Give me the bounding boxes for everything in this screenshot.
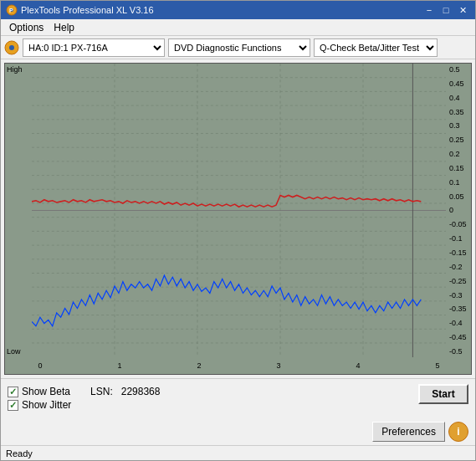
close-button[interactable]: ✕ — [455, 3, 470, 17]
x-axis: 0 1 2 3 4 5 — [32, 357, 446, 374]
chart-inner — [32, 64, 446, 357]
x-3: 3 — [270, 361, 287, 370]
show-jitter-label: Show Jitter — [22, 399, 71, 411]
x-2: 2 — [191, 361, 207, 370]
info-button[interactable]: i — [448, 422, 468, 442]
y-r-0.35: 0.35 — [448, 108, 469, 116]
start-button[interactable]: Start — [418, 384, 468, 404]
status-bar: Ready — [1, 445, 475, 460]
drive-select[interactable]: HA:0 ID:1 PX-716A — [23, 38, 165, 57]
y-r-0.3: 0.3 — [448, 121, 469, 130]
menu-options[interactable]: Options — [4, 20, 49, 35]
menu-bar: Options Help — [1, 19, 475, 36]
show-jitter-row: ✓ Show Jitter — [8, 399, 160, 411]
right-buttons: Start — [418, 384, 468, 404]
title-bar-controls: − □ ✕ — [422, 3, 470, 17]
x-0: 0 — [32, 361, 49, 370]
y-r-m0.4: -0.4 — [448, 319, 469, 327]
title-bar-left: P PlexTools Professional XL V3.16 — [6, 4, 154, 16]
info-icon: i — [457, 426, 459, 438]
y-r-m0.05: -0.05 — [448, 220, 469, 228]
lsn-label: LSN: — [90, 386, 113, 397]
x-4: 4 — [350, 361, 366, 370]
svg-point-4 — [9, 45, 14, 50]
function-select[interactable]: DVD Diagnostic Functions — [168, 38, 310, 57]
chart-area: High Low 0.5 0.45 0.4 0.35 0.3 0.25 0.2 … — [1, 59, 475, 378]
y-r-0.4: 0.4 — [448, 94, 469, 102]
menu-help[interactable]: Help — [49, 20, 79, 35]
lsn-value: 2298368 — [121, 386, 161, 397]
y-r-0.45: 0.45 — [448, 79, 469, 88]
left-bottom: ✓ Show Beta LSN: 2298368 ✓ Show Jitter — [8, 382, 160, 411]
y-r-m0.2: -0.2 — [448, 263, 469, 271]
y-r-m0.35: -0.35 — [448, 305, 469, 313]
y-r-0.25: 0.25 — [448, 136, 469, 144]
y-low-label: Low — [7, 347, 21, 356]
y-r-m0.5: -0.5 — [448, 347, 469, 356]
title-bar: P PlexTools Professional XL V3.16 − □ ✕ — [1, 1, 475, 19]
main-window: P PlexTools Professional XL V3.16 − □ ✕ … — [0, 0, 476, 461]
bottom-top: ✓ Show Beta LSN: 2298368 ✓ Show Jitter — [8, 382, 468, 422]
show-beta-checkbox[interactable]: ✓ — [8, 387, 18, 397]
y-r-0.2: 0.2 — [448, 150, 469, 158]
y-r-m0.25: -0.25 — [448, 277, 469, 285]
bottom-buttons: Preferences i — [8, 422, 468, 442]
show-jitter-checkbox[interactable]: ✓ — [8, 400, 18, 411]
status-text: Ready — [6, 448, 33, 458]
y-r-0.5: 0.5 — [448, 65, 469, 74]
drive-icon — [4, 40, 19, 55]
bottom-panel: ✓ Show Beta LSN: 2298368 ✓ Show Jitter — [1, 378, 475, 445]
show-beta-label: Show Beta — [22, 386, 70, 397]
chart-container: High Low 0.5 0.45 0.4 0.35 0.3 0.25 0.2 … — [4, 63, 472, 375]
y-r-m0.1: -0.1 — [448, 234, 469, 243]
y-r-0.05: 0.05 — [448, 192, 469, 201]
minimize-button[interactable]: − — [422, 3, 437, 17]
y-axis-right: 0.5 0.45 0.4 0.35 0.3 0.25 0.2 0.15 0.1 … — [446, 64, 471, 357]
preferences-button[interactable]: Preferences — [372, 422, 445, 442]
y-r-m0.15: -0.15 — [448, 248, 469, 257]
test-select[interactable]: Q-Check Beta/Jitter Test — [314, 38, 438, 57]
svg-text:P: P — [9, 8, 13, 13]
y-r-0.1: 0.1 — [448, 178, 469, 187]
chart-svg — [32, 64, 446, 357]
y-r-m0.45: -0.45 — [448, 333, 469, 341]
x-1: 1 — [111, 361, 128, 370]
y-r-m0.3: -0.3 — [448, 291, 469, 300]
show-beta-row: ✓ Show Beta LSN: 2298368 — [8, 386, 160, 397]
y-high-label: High — [7, 65, 23, 74]
y-r-0: 0 — [448, 206, 469, 214]
toolbar: HA:0 ID:1 PX-716A DVD Diagnostic Functio… — [1, 36, 475, 59]
window-title: PlexTools Professional XL V3.16 — [21, 5, 154, 15]
jitter-check-mark: ✓ — [9, 400, 17, 411]
beta-check-mark: ✓ — [9, 387, 17, 397]
x-5: 5 — [429, 361, 446, 370]
checkboxes: ✓ Show Beta LSN: 2298368 ✓ Show Jitter — [8, 386, 160, 411]
app-icon: P — [6, 4, 18, 16]
maximize-button[interactable]: □ — [438, 3, 453, 17]
y-r-0.15: 0.15 — [448, 164, 469, 172]
